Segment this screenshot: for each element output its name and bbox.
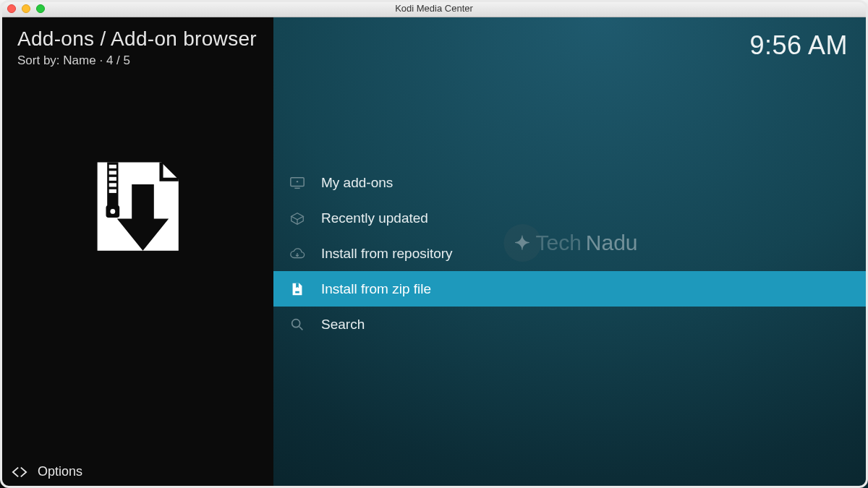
minimize-window-button[interactable] <box>22 4 30 13</box>
menu-item-label: Install from repository <box>321 246 453 262</box>
maximize-window-button[interactable] <box>36 4 45 13</box>
open-box-icon <box>289 210 305 226</box>
menu-item-install-from-zip[interactable]: Install from zip file <box>273 271 868 307</box>
breadcrumb: Add-ons / Add-on browser <box>0 17 257 51</box>
menu-item-install-from-repository[interactable]: Install from repository <box>273 236 868 271</box>
addon-browser-menu: My add-ons Recently updated Install from… <box>273 165 868 342</box>
mac-titlebar: Kodi Media Center <box>0 0 868 17</box>
list-position: 4 / 5 <box>106 53 130 67</box>
zip-file-download-icon <box>75 147 198 270</box>
sort-label: Sort by: <box>17 53 60 67</box>
zip-file-icon <box>289 281 305 297</box>
monitor-icon <box>289 175 305 191</box>
sort-line: Sort by: Name · 4 / 5 <box>0 51 130 68</box>
content-panel: 9:56 AM ✦ TechNadu My add-ons Recently u… <box>273 17 868 488</box>
options-button[interactable]: Options <box>12 464 82 479</box>
clock: 9:56 AM <box>749 30 848 61</box>
app-root: Add-ons / Add-on browser Sort by: Name ·… <box>0 17 868 488</box>
menu-item-label: Recently updated <box>321 210 428 226</box>
menu-item-label: My add-ons <box>321 175 393 191</box>
menu-item-my-addons[interactable]: My add-ons <box>273 165 868 200</box>
menu-item-label: Search <box>321 317 365 333</box>
sort-separator: · <box>99 53 106 67</box>
menu-item-label: Install from zip file <box>321 281 431 297</box>
window-title: Kodi Media Center <box>395 3 473 14</box>
options-arrows-icon <box>12 466 27 479</box>
traffic-lights <box>7 4 45 13</box>
menu-item-search[interactable]: Search <box>273 307 868 342</box>
cloud-download-icon <box>289 246 305 262</box>
menu-item-recently-updated[interactable]: Recently updated <box>273 200 868 236</box>
close-window-button[interactable] <box>7 4 16 13</box>
search-icon <box>289 317 305 333</box>
sidebar: Add-ons / Add-on browser Sort by: Name ·… <box>0 17 273 488</box>
sort-value: Name <box>63 53 95 67</box>
options-label: Options <box>38 464 82 479</box>
